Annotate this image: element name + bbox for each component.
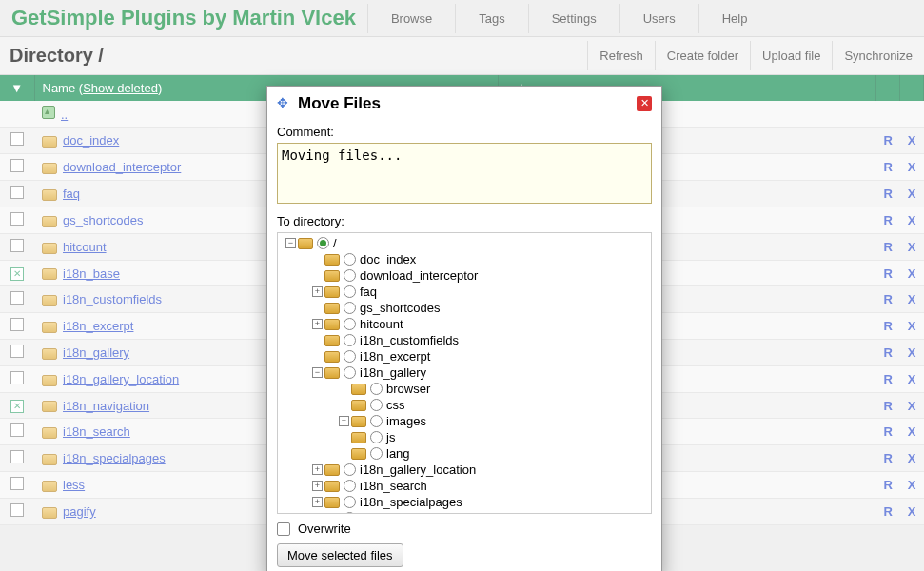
tree-item[interactable]: js <box>282 429 647 445</box>
tree-item[interactable]: css <box>282 397 647 413</box>
tree-label: i18n_customfields <box>360 333 459 347</box>
folder-icon <box>324 513 340 515</box>
move-icon <box>277 97 290 110</box>
tree-label: i18n_excerpt <box>360 349 430 364</box>
tree-label: i18n_specialpages <box>360 495 462 509</box>
tree-radio[interactable] <box>344 334 356 346</box>
tree-item[interactable]: gs_shortcodes <box>282 300 647 316</box>
folder-icon <box>324 351 340 363</box>
folder-icon <box>324 481 340 492</box>
tree-expander[interactable]: + <box>312 464 323 475</box>
folder-icon <box>324 319 340 330</box>
folder-icon <box>324 367 340 379</box>
tree-radio[interactable] <box>344 496 356 508</box>
move-selected-button[interactable]: Move selected files <box>277 543 403 567</box>
tree-label: css <box>386 398 405 412</box>
tree-item[interactable]: +less <box>282 510 647 514</box>
tree-label: i18n_gallery_location <box>360 463 476 477</box>
folder-icon <box>324 335 340 346</box>
move-files-dialog: Move Files ✕ Comment: To directory: −/do… <box>266 86 662 571</box>
tree-item[interactable]: −i18n_gallery <box>282 364 647 381</box>
folder-icon <box>351 432 366 443</box>
tree-radio[interactable] <box>317 237 329 249</box>
tree-item[interactable]: browser <box>282 381 647 397</box>
folder-icon <box>324 464 340 476</box>
to-directory-label: To directory: <box>277 214 652 228</box>
tree-item[interactable]: +faq <box>282 284 647 300</box>
tree-radio[interactable] <box>344 350 356 363</box>
tree-label: i18n_gallery <box>360 365 426 380</box>
tree-item[interactable]: i18n_customfields <box>282 332 647 348</box>
tree-radio[interactable] <box>344 286 356 298</box>
tree-radio[interactable] <box>344 512 356 514</box>
tree-radio[interactable] <box>344 463 356 476</box>
tree-label: / <box>333 236 337 250</box>
tree-expander[interactable]: + <box>312 481 323 491</box>
folder-icon <box>351 400 366 411</box>
folder-icon <box>324 270 340 282</box>
tree-radio[interactable] <box>344 302 356 314</box>
folder-icon <box>298 238 313 249</box>
comment-textarea[interactable] <box>277 143 652 204</box>
tree-expander[interactable]: − <box>285 238 296 248</box>
folder-icon <box>351 448 366 460</box>
tree-radio[interactable] <box>370 447 383 460</box>
tree-radio[interactable] <box>370 383 383 395</box>
folder-icon <box>324 497 340 508</box>
tree-expander[interactable]: − <box>312 367 323 378</box>
folder-icon <box>324 303 340 314</box>
tree-item[interactable]: +i18n_gallery_location <box>282 462 647 478</box>
tree-item[interactable]: lang <box>282 445 647 462</box>
folder-icon <box>351 416 366 427</box>
tree-expander[interactable]: + <box>312 286 323 297</box>
overwrite-row: Overwrite <box>277 522 652 536</box>
folder-icon <box>324 254 340 266</box>
tree-label: i18n_search <box>360 479 427 493</box>
overwrite-checkbox[interactable] <box>277 522 290 536</box>
tree-label: images <box>386 414 426 428</box>
tree-label: less <box>360 511 382 514</box>
tree-expander[interactable]: + <box>312 319 323 329</box>
tree-item[interactable]: doc_index <box>282 251 647 267</box>
tree-label: download_interceptor <box>360 268 478 283</box>
tree-label: doc_index <box>360 252 416 266</box>
tree-expander[interactable]: + <box>312 513 323 514</box>
tree-item[interactable]: download_interceptor <box>282 267 647 284</box>
tree-radio[interactable] <box>344 269 356 282</box>
tree-radio[interactable] <box>344 318 356 330</box>
close-button[interactable]: ✕ <box>637 96 652 111</box>
tree-item[interactable]: +hitcount <box>282 316 647 332</box>
tree-item[interactable]: +i18n_specialpages <box>282 494 647 510</box>
comment-label: Comment: <box>277 125 652 139</box>
tree-label: browser <box>386 382 430 396</box>
dialog-body: Comment: To directory: −/doc_indexdownlo… <box>267 125 661 571</box>
folder-icon <box>351 384 366 395</box>
tree-label: faq <box>360 285 377 299</box>
directory-tree[interactable]: −/doc_indexdownload_interceptor+faqgs_sh… <box>277 232 652 514</box>
tree-item[interactable]: +i18n_search <box>282 478 647 494</box>
dialog-title: Move Files <box>298 94 637 113</box>
tree-item[interactable]: i18n_excerpt <box>282 348 647 364</box>
tree-expander[interactable]: + <box>339 416 349 426</box>
tree-item[interactable]: +images <box>282 413 647 429</box>
tree-label: lang <box>386 446 410 461</box>
tree-radio[interactable] <box>344 366 356 379</box>
tree-radio[interactable] <box>370 431 383 443</box>
tree-radio[interactable] <box>344 253 356 266</box>
tree-label: hitcount <box>360 317 403 331</box>
overwrite-label: Overwrite <box>298 522 351 536</box>
tree-radio[interactable] <box>370 415 383 427</box>
tree-item[interactable]: −/ <box>282 235 647 251</box>
tree-label: gs_shortcodes <box>360 301 441 315</box>
tree-expander[interactable]: + <box>312 497 323 507</box>
dialog-header: Move Files ✕ <box>267 87 661 121</box>
tree-radio[interactable] <box>370 399 383 411</box>
tree-radio[interactable] <box>344 480 356 492</box>
tree-label: js <box>386 430 395 444</box>
folder-icon <box>324 286 340 298</box>
